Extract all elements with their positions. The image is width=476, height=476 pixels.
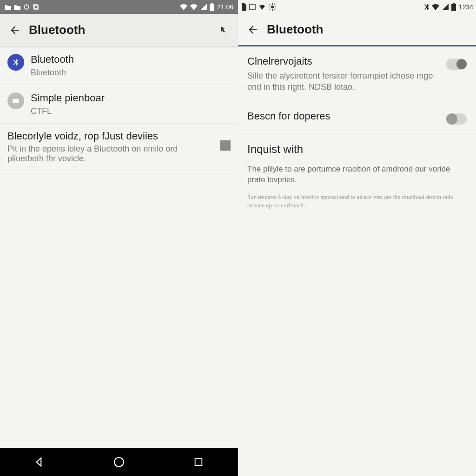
svg-line-14 xyxy=(270,4,271,5)
action-icon[interactable] xyxy=(214,21,232,40)
visibility-checkbox[interactable] xyxy=(220,140,231,151)
app-bar-right: Bluetooth xyxy=(238,14,476,46)
nav-bar xyxy=(0,448,238,476)
svg-rect-1 xyxy=(33,5,37,8)
section-body: The plilyle to are portumce rracition of… xyxy=(238,159,476,214)
svg-point-6 xyxy=(114,457,124,467)
device-title: Bluetooth xyxy=(31,53,231,66)
nav-back[interactable] xyxy=(28,451,51,473)
setting-title: Bescn for doperes xyxy=(247,110,441,123)
svg-rect-8 xyxy=(250,4,255,10)
device-sub: CTFL xyxy=(31,106,231,117)
setting-title: Clnelrervojaits xyxy=(247,55,441,68)
wifi-icon-2 xyxy=(190,4,198,10)
svg-line-15 xyxy=(274,9,275,10)
visibility-title: Blecorlyle voidz, rop fJust deviies xyxy=(7,130,211,142)
wifi-icon xyxy=(180,4,187,10)
svg-line-17 xyxy=(274,4,275,5)
svg-rect-4 xyxy=(211,3,213,4)
refresh-icon xyxy=(23,4,30,10)
setting-desc: Sille the alycirettent fersiter forrampi… xyxy=(247,70,441,93)
app-bar-left: Bluetooth xyxy=(0,14,238,46)
toggle-switch-1[interactable] xyxy=(446,59,467,70)
svg-rect-2 xyxy=(34,6,38,9)
svg-point-9 xyxy=(271,6,274,8)
bluetooth-status-icon xyxy=(424,3,429,11)
folder-icon-2 xyxy=(14,4,20,10)
status-bar-left: 21:06 xyxy=(0,0,238,14)
svg-rect-5 xyxy=(13,99,19,103)
content-left: Bluetooth Bluetooth Simple pienboar CTFL… xyxy=(0,46,238,448)
section-p2: Sur ereparte å slay on movice appraction… xyxy=(247,193,467,210)
section-title: Inquist with xyxy=(247,143,467,156)
keyboard-icon xyxy=(7,93,24,109)
signal-icon-r xyxy=(442,4,449,10)
visibility-row[interactable]: Blecorlyle voidz, rop fJust deviies Pit … xyxy=(0,124,238,173)
svg-line-16 xyxy=(270,9,271,10)
signal-icon xyxy=(200,4,207,10)
status-icons-right-r: 1234 xyxy=(424,3,473,11)
svg-rect-7 xyxy=(195,459,202,466)
svg-rect-3 xyxy=(210,4,214,11)
battery-icon xyxy=(210,3,214,11)
square-icon xyxy=(249,4,256,10)
visibility-desc: Pit in the opens loley a Bluetooth on ri… xyxy=(7,144,211,164)
wifi-icon-r xyxy=(258,4,266,10)
svg-rect-19 xyxy=(453,3,455,4)
status-icons-left-r xyxy=(241,3,276,11)
page-title-r: Bluetooth xyxy=(267,22,323,37)
nav-home[interactable] xyxy=(108,451,130,473)
stack-icon xyxy=(33,4,39,10)
sim-icon xyxy=(241,3,246,11)
section-p1: The plilyle to are portumce rracition of… xyxy=(247,164,467,185)
page-title: Bluetooth xyxy=(29,23,85,37)
back-button[interactable] xyxy=(6,21,24,40)
battery-icon-r xyxy=(451,3,456,11)
status-time-r: 1234 xyxy=(459,3,473,11)
setting-row-1[interactable]: Clnelrervojaits Sille the alycirettent f… xyxy=(238,46,476,101)
status-time: 21:06 xyxy=(217,3,233,11)
svg-rect-18 xyxy=(451,4,456,11)
bluetooth-icon xyxy=(7,54,24,71)
section-header: Inquist with xyxy=(238,133,476,159)
device-row-bluetooth[interactable]: Bluetooth Bluetooth xyxy=(0,46,238,85)
setting-row-2[interactable]: Bescn for doperes xyxy=(238,101,476,133)
device-sub: Bluetooth xyxy=(31,67,231,78)
phone-right: 1234 Bluetooth Clnelrervojaits Sille the… xyxy=(238,0,476,476)
nav-recents[interactable] xyxy=(187,451,210,473)
phone-left: 21:06 Bluetooth Bluetooth Bluetooth xyxy=(0,0,238,476)
wifi-full-icon xyxy=(432,4,439,10)
folder-icon xyxy=(5,4,11,10)
toggle-switch-2[interactable] xyxy=(446,113,467,125)
status-bar-right: 1234 xyxy=(238,0,476,14)
gear-icon xyxy=(269,3,276,11)
status-icons-left xyxy=(5,4,39,10)
device-row-simple[interactable]: Simple pienboar CTFL xyxy=(0,85,238,124)
status-icons-right: 21:06 xyxy=(180,3,233,11)
device-title: Simple pienboar xyxy=(31,92,231,105)
back-button-r[interactable] xyxy=(244,20,262,39)
